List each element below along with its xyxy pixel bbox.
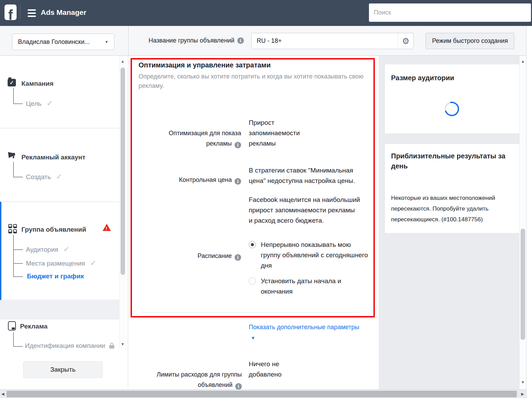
sidebar-item-company-identity[interactable]: Идентификация компании	[25, 342, 114, 350]
sidebar-item-label: Места размещения	[26, 260, 85, 267]
tree-connector	[13, 88, 14, 104]
chevron-down-icon: ▼	[105, 40, 108, 44]
highlighted-section: Оптимизация и управление затратами Опред…	[131, 58, 375, 317]
content-scrollbar[interactable]: ▲ ▼	[519, 56, 526, 389]
loading-spinner-icon	[442, 99, 462, 119]
tree-connector	[13, 162, 14, 177]
adset-name-label: Название группы объявлений i	[149, 26, 244, 55]
tree-connector	[13, 332, 14, 347]
optimization-value: Прирост запоминаемости рекламы	[249, 118, 300, 149]
ad-set-grid-icon	[8, 224, 17, 233]
scroll-right-icon[interactable]: ▶	[521, 392, 524, 396]
sidebar-item-label: Создать	[26, 173, 51, 181]
schedule-option-dates[interactable]: Установить даты начала и окончания	[249, 276, 341, 297]
scroll-up-icon[interactable]: ▲	[120, 59, 126, 63]
optimization-label: Оптимизация для показа рекламыi	[137, 118, 241, 149]
show-more-parameters-link[interactable]: Показать дополнительные параметры	[249, 324, 359, 331]
check-icon: ✓	[64, 245, 70, 253]
section-gap	[0, 300, 120, 320]
adset-name-label-text: Название группы объявлений	[149, 37, 235, 44]
adset-name-field: ⚙	[251, 33, 414, 49]
info-icon[interactable]: i	[235, 254, 241, 261]
tree-connector	[13, 249, 23, 250]
cost-control-paragraph-1: В стратегии ставок "Минимальная цена" не…	[249, 165, 355, 186]
tree-connector	[13, 177, 23, 177]
quick-creation-mode-button[interactable]: Режим быстрого создания	[426, 33, 514, 49]
scrollbar-thumb[interactable]	[121, 67, 125, 275]
browser-scrollbar-strip	[526, 26, 532, 398]
divider	[128, 26, 129, 55]
cost-control-paragraph-2: Facebook нацелится на наибольший прирост…	[249, 195, 360, 226]
radio-label: Непрерывно показывать мою группу объявле…	[261, 240, 368, 271]
section-description: Определите, сколько вы хотите потратить …	[139, 72, 363, 91]
right-panel: Размер аудитории Приблизительные результ…	[379, 56, 519, 389]
scroll-down-icon[interactable]: ▼	[520, 380, 526, 384]
scroll-down-icon[interactable]: ▼	[120, 342, 126, 346]
tree-connector	[13, 103, 23, 104]
sidebar-item-budget-schedule[interactable]: Бюджет и график	[27, 272, 84, 280]
field-label-text: Контрольная цена	[179, 176, 232, 183]
divider	[141, 312, 359, 313]
scroll-left-icon[interactable]: ◀	[1, 392, 4, 396]
close-button[interactable]: Закрыть	[23, 361, 103, 378]
search-input[interactable]	[369, 3, 531, 22]
scroll-up-icon[interactable]: ▲	[520, 59, 526, 63]
account-selector[interactable]: Владислав Головински... ▼	[12, 34, 114, 50]
schedule-option-continuous[interactable]: Непрерывно показывать мою группу объявле…	[249, 240, 368, 271]
info-icon[interactable]: i	[235, 142, 241, 148]
sidebar-item-goal[interactable]: Цель✓	[26, 99, 53, 108]
sidebar-item-ad-set[interactable]: Группа объявлений	[21, 226, 86, 233]
tree-connector	[13, 276, 23, 277]
menu-icon[interactable]	[28, 9, 36, 17]
top-navigation-bar: f Ads Manager	[0, 0, 532, 26]
section-title: Оптимизация и управление затратами	[139, 61, 270, 69]
info-icon[interactable]: i	[235, 383, 242, 390]
tree-connector	[13, 235, 14, 277]
divider	[0, 128, 119, 128]
scrollbar-thumb[interactable]	[7, 391, 517, 397]
audience-size-title: Размер аудитории	[391, 73, 519, 83]
estimated-results-title: Приблизительные результаты за день	[391, 151, 519, 171]
check-icon: ✓	[90, 259, 96, 267]
sidebar-item-label: Цель	[26, 100, 41, 107]
horizontal-scrollbar[interactable]: ◀ ▶	[0, 389, 526, 398]
gear-icon[interactable]: ⚙	[398, 33, 413, 49]
schedule-label: Расписаниеi	[137, 240, 241, 261]
audience-size-card: Размер аудитории	[384, 64, 520, 134]
campaign-icon: ✓	[8, 79, 16, 86]
radio-label: Установить даты начала и окончания	[261, 276, 341, 297]
cost-control-label: Контрольная ценаi	[137, 164, 241, 185]
sidebar-item-ad[interactable]: Реклама	[20, 323, 48, 330]
info-icon[interactable]: i	[235, 178, 241, 185]
estimated-results-card: Приблизительные результаты за день Некот…	[384, 144, 520, 233]
ad-device-icon	[8, 321, 16, 331]
tree-connector	[13, 263, 23, 264]
radio-button-selected[interactable]	[249, 241, 256, 248]
check-icon: ✓	[56, 173, 62, 181]
sidebar-item-placements[interactable]: Места размещения✓	[26, 259, 96, 267]
warning-icon: !	[103, 224, 111, 231]
lock-icon	[109, 343, 114, 349]
divider	[20, 5, 20, 19]
main-content: Оптимизация и управление затратами Опред…	[129, 56, 379, 389]
overlap-warning-text: Некоторые из ваших местоположений пересе…	[391, 193, 513, 225]
facebook-logo-icon[interactable]: f	[4, 4, 17, 20]
app-title: Ads Manager	[41, 8, 86, 17]
megaphone-icon	[6, 150, 17, 161]
sidebar-scrollbar[interactable]: ▲ ▼	[119, 56, 126, 348]
check-icon: ✓	[47, 99, 53, 107]
field-label-text: Расписание	[198, 252, 232, 259]
field-label-text: Лимиты расходов для группы объявлений	[156, 371, 242, 388]
sidebar-item-campaign[interactable]: Кампания	[21, 80, 54, 87]
chevron-down-icon[interactable]: ▼	[251, 335, 255, 341]
adset-name-input[interactable]	[252, 33, 413, 49]
tree-connector	[13, 346, 23, 347]
scrollbar-thumb[interactable]	[521, 229, 525, 340]
info-icon[interactable]: i	[237, 37, 244, 44]
sidebar-item-audience[interactable]: Аудитория✓	[26, 245, 69, 253]
sidebar-item-ad-account[interactable]: Рекламный аккаунт	[21, 154, 85, 161]
sidebar-item-label: Идентификация компании	[25, 342, 105, 349]
radio-button-unselected[interactable]	[249, 277, 256, 285]
spend-limits-label: Лимиты расходов для группы объявленийi	[138, 359, 242, 390]
sidebar-item-create[interactable]: Создать✓	[26, 173, 62, 181]
